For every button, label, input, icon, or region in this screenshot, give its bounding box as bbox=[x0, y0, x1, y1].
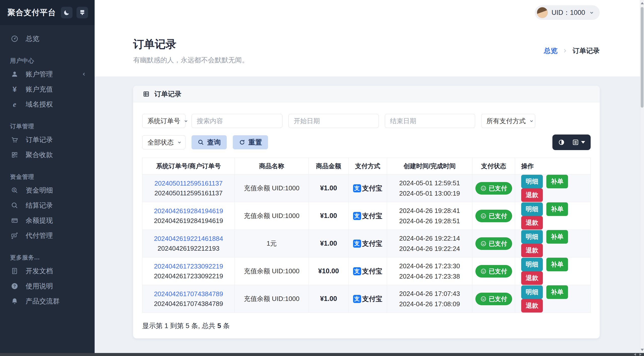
refresh-icon bbox=[239, 139, 245, 146]
sidebar-item-dev-docs[interactable]: 开发文档 bbox=[0, 263, 95, 279]
refund-button[interactable]: 退款 bbox=[521, 271, 543, 285]
alipay-icon: 支 bbox=[353, 240, 361, 248]
table-row: 20240426170743847892024042617074384789 充… bbox=[142, 285, 591, 313]
reissue-button[interactable]: 补单 bbox=[546, 202, 568, 216]
amount: ¥10.00 bbox=[309, 257, 349, 285]
detail-button[interactable]: 明细 bbox=[521, 202, 543, 216]
completed-time: 2024-04-26 19:22:24 bbox=[390, 244, 470, 254]
sys-order-link[interactable]: 2024042619284194619 bbox=[145, 207, 232, 215]
sidebar-item-label: 域名授权 bbox=[26, 100, 53, 109]
pay-method: 支支付宝 bbox=[353, 239, 383, 248]
theme-button[interactable] bbox=[77, 7, 88, 18]
scroll-left-arrow-icon[interactable] bbox=[634, 353, 636, 356]
scroll-down-arrow-icon[interactable] bbox=[641, 349, 644, 351]
col-product: 商品名称 bbox=[235, 158, 309, 174]
detail-button[interactable]: 明细 bbox=[521, 230, 543, 244]
alipay-icon: 支 bbox=[353, 267, 361, 275]
status-badge: 已支付 bbox=[475, 182, 512, 195]
query-button[interactable]: 查询 bbox=[192, 135, 227, 149]
card-body: 系统订单号 所有支付方式 全部状态 查询 bbox=[133, 102, 600, 330]
sidebar-item-payout-manage[interactable]: 代付管理 bbox=[0, 228, 95, 243]
page-heading: 订单记录 有幽默感的人，永远都不会默默无闻。 bbox=[133, 37, 249, 65]
amount: ¥1.00 bbox=[309, 174, 349, 202]
sidebar-item-product-group[interactable]: 产品交流群 bbox=[0, 294, 95, 309]
sys-order-link[interactable]: 2024042619221461884 bbox=[145, 235, 232, 243]
sidebar-item-label: 账户充值 bbox=[26, 85, 53, 94]
status-select[interactable]: 全部状态 bbox=[142, 135, 185, 149]
detail-button[interactable]: 明细 bbox=[521, 285, 543, 299]
refund-button[interactable]: 退款 bbox=[521, 299, 543, 313]
vertical-scrollbar-thumb[interactable] bbox=[641, 7, 643, 108]
sidebar-item-order-records[interactable]: 订单记录 bbox=[0, 132, 95, 147]
end-date-input[interactable] bbox=[385, 114, 475, 128]
smiley-icon bbox=[480, 268, 486, 274]
sidebar-header: 聚合支付平台 bbox=[0, 0, 95, 25]
reissue-button[interactable]: 补单 bbox=[546, 230, 568, 244]
detail-button[interactable]: 明细 bbox=[521, 175, 543, 188]
dashboard-icon bbox=[10, 35, 19, 42]
sidebar-item-account-recharge[interactable]: ¥ 账户充值 bbox=[0, 82, 95, 97]
breadcrumb-home-link[interactable]: 总览 bbox=[544, 46, 557, 55]
reissue-button[interactable]: 补单 bbox=[546, 285, 568, 299]
sidebar-item-account-manage[interactable]: 账户管理 bbox=[0, 67, 95, 82]
sys-order-link[interactable]: 2024050112595161137 bbox=[145, 180, 232, 187]
sidebar-item-aggregate-collect[interactable]: 聚合收款 bbox=[0, 147, 95, 162]
pay-method: 支支付宝 bbox=[353, 184, 383, 193]
topbar: UID：1000 bbox=[95, 0, 644, 25]
page-title: 订单记录 bbox=[133, 37, 249, 52]
sidebar-item-label: 使用说明 bbox=[26, 282, 53, 291]
dark-mode-button[interactable] bbox=[61, 7, 72, 18]
sidebar-item-balance-withdraw[interactable]: 余额提现 bbox=[0, 213, 95, 228]
search-input[interactable] bbox=[192, 114, 282, 128]
columns-button[interactable] bbox=[572, 139, 585, 146]
sidebar-section-user: 用户中心 bbox=[0, 57, 95, 65]
product-name: 充值余额 UID:1000 bbox=[235, 174, 309, 202]
reset-button-label: 重置 bbox=[248, 138, 262, 147]
sidebar-item-label: 余额提现 bbox=[26, 216, 53, 225]
completed-time: 2024-04-26 17:08:09 bbox=[390, 299, 470, 309]
sys-order-link[interactable]: 2024042617074384789 bbox=[145, 290, 232, 298]
reissue-button[interactable]: 补单 bbox=[546, 175, 568, 188]
start-date-input[interactable] bbox=[288, 114, 379, 128]
sidebar-item-usage-guide[interactable]: ? 使用说明 bbox=[0, 279, 95, 294]
scroll-up-arrow-icon[interactable] bbox=[641, 2, 644, 4]
user-menu[interactable]: UID：1000 bbox=[535, 5, 600, 20]
refund-button[interactable]: 退款 bbox=[521, 244, 543, 257]
refund-button[interactable]: 退款 bbox=[521, 188, 543, 202]
pay-method-select[interactable]: 所有支付方式 bbox=[481, 114, 535, 128]
sys-order-link[interactable]: 2024042617233092219 bbox=[145, 262, 232, 270]
completed-time: 2024-04-26 17:23:38 bbox=[390, 271, 470, 281]
sidebar-item-label: 聚合收款 bbox=[26, 150, 53, 159]
refund-button[interactable]: 退款 bbox=[521, 216, 543, 230]
chevron-down-icon bbox=[529, 118, 534, 124]
chevron-down-icon bbox=[589, 10, 595, 16]
scroll-right-arrow-icon[interactable] bbox=[639, 353, 641, 356]
horizontal-scrollbar[interactable] bbox=[0, 353, 644, 356]
order-no-type-select[interactable]: 系统订单号 bbox=[142, 114, 185, 128]
toggle-view-button[interactable] bbox=[558, 139, 565, 146]
sidebar-item-settlement-records[interactable]: 结算记录 bbox=[0, 198, 95, 213]
user-icon bbox=[10, 70, 19, 78]
chevron-down-icon bbox=[177, 140, 182, 145]
search-icon bbox=[10, 202, 19, 209]
detail-button[interactable]: 明细 bbox=[521, 258, 543, 271]
sidebar-section-order: 订单管理 bbox=[0, 122, 95, 130]
merchant-order-no: 20240426192212193 bbox=[145, 245, 232, 252]
sidebar-item-label: 开发文档 bbox=[26, 266, 53, 276]
merchant-order-no: 2024042617233092219 bbox=[145, 272, 232, 280]
reset-button[interactable]: 重置 bbox=[233, 135, 268, 149]
card-header: 订单记录 bbox=[133, 86, 600, 102]
table-row: 20240501125951611372024050112595161137 充… bbox=[142, 174, 591, 202]
magnifier-icon bbox=[198, 139, 204, 146]
sidebar-item-fund-details[interactable]: $ 资金明细 bbox=[0, 183, 95, 198]
explorer-icon: e bbox=[10, 100, 19, 109]
reissue-button[interactable]: 补单 bbox=[546, 258, 568, 271]
vertical-scrollbar[interactable] bbox=[640, 0, 644, 353]
smiley-icon bbox=[480, 213, 486, 219]
sidebar-item-domain-auth[interactable]: e 域名授权 bbox=[0, 97, 95, 112]
sidebar-item-overview[interactable]: 总览 bbox=[0, 31, 95, 46]
table-header-row: 系统订单号/商户订单号 商品名称 商品金额 支付方式 创建时间/完成时间 支付状… bbox=[142, 158, 591, 174]
status-badge: 已支付 bbox=[475, 293, 512, 305]
app-screen: 聚合支付平台 总览 用户中心 账户管理 ¥ 账户充值 bbox=[0, 0, 644, 356]
breadcrumb: 总览 订单记录 bbox=[544, 46, 600, 55]
